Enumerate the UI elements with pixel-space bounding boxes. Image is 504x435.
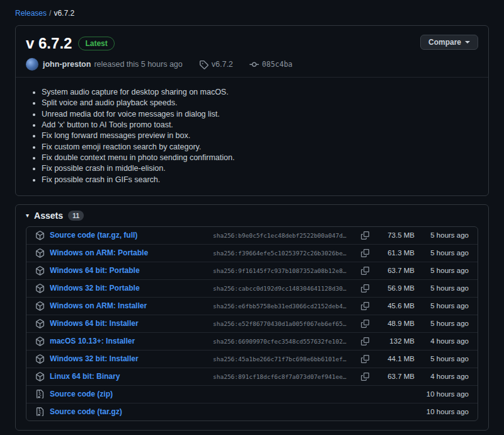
git-commit-icon (249, 60, 259, 69)
asset-size: 44.1 MB (374, 355, 415, 362)
copy-hash-button[interactable] (360, 248, 370, 258)
copy-icon (361, 302, 369, 310)
copy-icon (361, 320, 369, 328)
release-note-item: Fix long forward messages preview in box… (42, 130, 473, 141)
tag-name: v6.7.2 (212, 60, 233, 69)
copy-hash-button[interactable] (360, 265, 370, 276)
copy-icon (361, 231, 369, 240)
asset-type-icon (35, 354, 45, 364)
asset-download-link[interactable]: macOS 10.13+: Installer (50, 337, 213, 345)
asset-time: 5 hours ago (415, 249, 469, 257)
copy-hash-button[interactable] (360, 336, 370, 347)
avatar[interactable] (26, 58, 38, 71)
asset-download-link[interactable]: Windows 32 bit: Portable (50, 284, 213, 293)
asset-size: 132 MB (374, 337, 415, 345)
asset-time: 4 hours ago (415, 337, 469, 345)
breadcrumb-link-releases[interactable]: Releases (15, 9, 47, 18)
asset-download-link[interactable]: Windows 64 bit: Installer (50, 319, 213, 328)
copy-icon (361, 249, 369, 257)
release-meta: john-preston released this 5 hours ago v… (26, 58, 478, 71)
asset-download-link[interactable]: Windows on ARM: Portable (50, 248, 213, 257)
asset-type-icon (35, 266, 45, 276)
assets-count-badge: 11 (68, 211, 84, 221)
asset-type-icon (35, 337, 45, 346)
asset-time: 5 hours ago (415, 231, 469, 239)
assets-caret-icon: ▾ (26, 212, 29, 219)
breadcrumb: Releases/v6.7.2 (15, 9, 489, 18)
asset-type-icon (35, 407, 45, 417)
copy-hash-button[interactable] (360, 318, 370, 329)
copy-hash-button[interactable] (360, 301, 370, 311)
copy-hash-button[interactable] (360, 354, 370, 364)
copy-hash-button[interactable] (360, 283, 370, 294)
copy-icon (361, 373, 369, 381)
tag-group: v6.7.2 (199, 60, 233, 69)
asset-time: 5 hours ago (415, 302, 469, 310)
assets-title: Assets (34, 211, 63, 221)
copy-icon (361, 267, 369, 275)
asset-row: Source code (tar.gz, full) sha256:b9e0c5… (26, 227, 478, 244)
asset-type-icon (35, 231, 45, 240)
asset-download-link[interactable]: Source code (tar.gz, full) (50, 231, 213, 240)
asset-download-link[interactable]: Linux 64 bit: Binary (50, 372, 213, 381)
compare-button[interactable]: Compare (420, 35, 478, 50)
released-text: released this 5 hours ago (94, 60, 182, 69)
release-card: v 6.7.2 Latest Compare john-preston rele… (15, 25, 489, 196)
asset-download-link[interactable]: Windows on ARM: Installer (50, 301, 213, 310)
asset-size: 56.9 MB (374, 284, 415, 292)
asset-sha256: sha256:891cf18dcf6c8f7a073d07ef941ee… (213, 373, 355, 380)
asset-row: Windows 32 bit: Installer sha256:45a1be2… (26, 350, 478, 368)
commit-link[interactable]: 085c4ba (262, 60, 292, 69)
asset-time: 10 hours ago (415, 408, 469, 415)
asset-sha256: sha256:b9e0c5fc1ec48debf2522b00a047d… (213, 232, 355, 239)
copy-icon (361, 355, 369, 363)
release-note-item: Split voice and audio playback speeds. (42, 98, 473, 108)
asset-size: 63.7 MB (374, 373, 415, 380)
asset-list: Source code (tar.gz, full) sha256:b9e0c5… (26, 226, 478, 421)
release-title: v 6.7.2 (26, 35, 72, 52)
asset-size: 48.9 MB (374, 320, 415, 327)
asset-row: Windows 64 bit: Installer sha256:e52f867… (26, 315, 478, 332)
release-notes: System audio capture for desktop sharing… (16, 78, 488, 195)
asset-row: Windows 64 bit: Portable sha256:9f16145f… (26, 262, 478, 279)
asset-size: 73.5 MB (374, 231, 415, 239)
asset-size: 61.3 MB (374, 249, 415, 257)
asset-type-icon (35, 372, 45, 381)
asset-download-link[interactable]: Windows 32 bit: Installer (50, 354, 213, 363)
breadcrumb-current: v6.7.2 (54, 9, 74, 18)
assets-toggle[interactable]: ▾ Assets 11 (16, 205, 488, 226)
release-note-item: Add 'x' button to AI Tools promo toast. (42, 120, 473, 130)
asset-time: 5 hours ago (415, 284, 469, 292)
asset-type-icon (35, 248, 45, 258)
commit-group: 085c4ba (249, 60, 292, 69)
asset-sha256: sha256:e6fbb5758eb31ed3066cd2152deb4… (213, 303, 355, 310)
release-notes-list: System audio capture for desktop sharing… (31, 87, 473, 185)
asset-row: Windows 32 bit: Portable sha256:cabcc0d1… (26, 279, 478, 297)
copy-hash-button[interactable] (360, 230, 370, 241)
asset-sha256: sha256:e52f86770430d1a005f067eb6ef65… (213, 320, 355, 327)
release-note-item: Fix custom emoji reaction search by cate… (42, 142, 473, 153)
asset-row: Source code (tar.gz) 10 hours ago (26, 403, 478, 420)
asset-type-icon (35, 390, 45, 399)
asset-sha256: sha256:f39664efe5c10253972c26b3026be… (213, 250, 355, 257)
asset-size: 63.7 MB (374, 267, 415, 274)
author-link[interactable]: john-preston (43, 60, 91, 69)
copy-icon (361, 337, 369, 345)
asset-time: 10 hours ago (415, 390, 469, 398)
asset-type-icon (35, 301, 45, 311)
asset-time: 5 hours ago (415, 320, 469, 327)
latest-badge[interactable]: Latest (78, 37, 114, 50)
asset-download-link[interactable]: Windows 64 bit: Portable (50, 266, 213, 275)
asset-sha256: sha256:45a1be266c71f7bc698e6bb6101ef… (213, 356, 355, 362)
asset-download-link[interactable]: Source code (tar.gz) (50, 407, 213, 416)
asset-time: 4 hours ago (415, 373, 469, 380)
asset-sha256: sha256:9f16145f7c937b1087352a08b12e8… (213, 267, 355, 274)
asset-size: 45.6 MB (374, 302, 415, 310)
copy-hash-button[interactable] (360, 371, 370, 382)
asset-download-link[interactable]: Source code (zip) (50, 390, 213, 398)
release-note-item: Fix possible crash in GIFs search. (42, 175, 473, 185)
compare-button-label: Compare (428, 38, 461, 47)
asset-row: macOS 10.13+: Installer sha256:66909970c… (26, 332, 478, 350)
chevron-down-icon (465, 41, 470, 44)
asset-sha256: sha256:cabcc0d192d9cc148304641128d30… (213, 285, 355, 292)
